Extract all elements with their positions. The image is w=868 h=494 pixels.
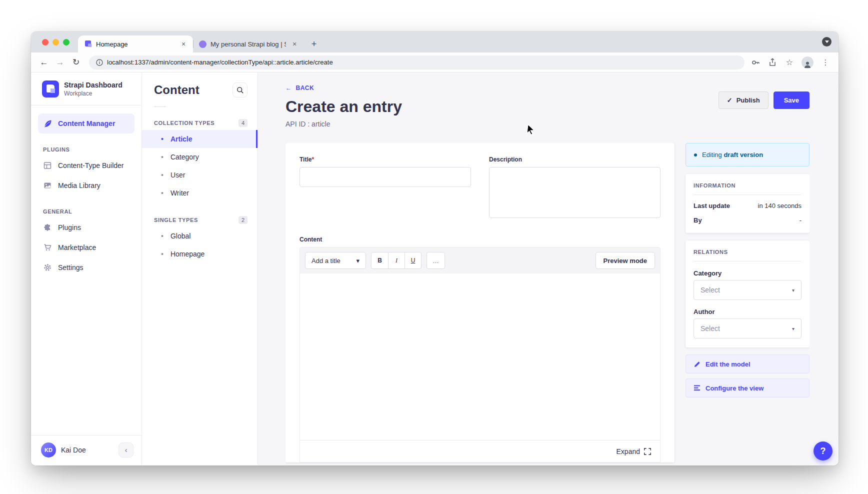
group-count-badge: 2 — [238, 216, 248, 224]
sidebar-item-settings[interactable]: Settings — [38, 258, 134, 278]
search-button[interactable] — [232, 82, 248, 98]
window-controls — [42, 39, 70, 46]
edit-model-label: Edit the model — [706, 360, 750, 368]
bullet-icon: • — [161, 250, 164, 258]
back-label: BACK — [296, 84, 314, 92]
expand-button[interactable]: Expand — [616, 448, 640, 456]
collapse-sidebar-button[interactable]: ‹ — [118, 442, 134, 458]
collection-type-user[interactable]: • User — [142, 166, 258, 184]
editor-content-area[interactable] — [300, 274, 660, 440]
single-type-homepage[interactable]: • Homepage — [142, 245, 258, 263]
sidebar-item-label: Content-Type Builder — [58, 162, 124, 170]
browser-menu-icon[interactable]: ⋮ — [820, 58, 830, 68]
help-button[interactable]: ? — [814, 442, 832, 460]
author-field-label: Author — [694, 308, 802, 316]
edit-the-model-button[interactable]: Edit the model — [686, 354, 810, 374]
tab-title: My personal Strapi blog | Strap — [210, 40, 286, 48]
sidebar-item-media-library[interactable]: Media Library — [38, 176, 134, 196]
title-input[interactable] — [300, 167, 471, 187]
puzzle-icon — [43, 224, 52, 232]
save-button[interactable]: Save — [774, 92, 810, 109]
bookmark-star-icon[interactable]: ☆ — [784, 58, 794, 68]
divider — [694, 261, 802, 262]
workspace-brand[interactable]: Strapi Dashboard Workplace — [31, 72, 142, 106]
more-formats-button[interactable]: … — [426, 252, 445, 269]
user-avatar[interactable]: KD — [41, 442, 56, 458]
feather-pen-icon — [43, 120, 52, 128]
close-tab-icon[interactable]: × — [179, 40, 188, 48]
category-field-label: Category — [694, 270, 802, 277]
back-button[interactable]: ← — [37, 56, 51, 70]
new-tab-button[interactable]: + — [307, 37, 321, 51]
address-bar[interactable]: localhost:1337/admin/content-manager/col… — [89, 56, 744, 70]
tab-search-button[interactable] — [822, 37, 832, 46]
layout-icon — [43, 162, 52, 170]
info-value: in 140 seconds — [758, 202, 802, 210]
sidebar-item-marketplace[interactable]: Marketplace — [38, 238, 134, 258]
page-info-icon[interactable] — [96, 59, 103, 66]
relations-card: RELATIONS Category Select ▾ Author Selec… — [686, 240, 810, 348]
close-window-button[interactable] — [42, 39, 48, 46]
draft-status-banner: Editing draft version — [686, 143, 810, 166]
expand-icon[interactable] — [644, 448, 651, 455]
single-type-label: Homepage — [170, 250, 205, 258]
bullet-icon: • — [161, 153, 164, 161]
gear-icon — [43, 264, 52, 272]
tab-title: Homepage — [96, 40, 175, 48]
entry-side-panel: Editing draft version INFORMATION Last u… — [686, 143, 810, 462]
underline-button[interactable]: U — [404, 252, 421, 268]
sidebar-section-label: PLUGINS — [43, 146, 142, 152]
single-type-global[interactable]: • Global — [142, 227, 258, 245]
title-field-label: Title* — [300, 156, 471, 163]
collection-type-article[interactable]: • Article — [142, 130, 258, 148]
page-title: Create an entry — [286, 98, 402, 116]
maximize-window-button[interactable] — [63, 39, 70, 46]
italic-button[interactable]: I — [388, 252, 404, 268]
author-select[interactable]: Select ▾ — [694, 318, 802, 338]
back-arrow-icon: ← — [286, 84, 292, 92]
collection-type-label: Writer — [170, 189, 189, 197]
publish-button[interactable]: ✓ Publish — [718, 92, 768, 109]
configure-the-view-button[interactable]: Configure the view — [686, 378, 810, 398]
info-label: By — [694, 216, 702, 224]
required-asterisk: * — [312, 156, 314, 163]
password-key-icon[interactable] — [750, 58, 760, 68]
close-tab-icon[interactable]: × — [290, 40, 299, 48]
sidebar-item-plugins[interactable]: Plugins — [38, 218, 134, 238]
information-card: INFORMATION Last update in 140 seconds B… — [686, 174, 810, 233]
panel-title: Content — [154, 83, 200, 97]
category-select[interactable]: Select ▾ — [694, 280, 802, 300]
sidebar-item-content-manager[interactable]: Content Manager — [38, 114, 134, 134]
sidebar-item-content-type-builder[interactable]: Content-Type Builder — [38, 156, 134, 176]
reload-button[interactable]: ↻ — [69, 56, 83, 70]
minimize-window-button[interactable] — [52, 39, 59, 46]
relations-title: RELATIONS — [694, 249, 802, 255]
collection-type-category[interactable]: • Category — [142, 148, 258, 166]
browser-window: Homepage × My personal Strapi blog | Str… — [31, 32, 838, 466]
forward-button[interactable]: → — [53, 56, 67, 70]
blog-favicon — [199, 40, 206, 48]
caret-down-icon: ▾ — [356, 257, 360, 264]
share-icon[interactable] — [768, 58, 778, 68]
info-value: - — [800, 216, 802, 224]
heading-select[interactable]: Add a title ▾ — [305, 252, 366, 269]
url-text: localhost:1337/admin/content-manager/col… — [107, 58, 333, 66]
back-link[interactable]: ← BACK — [286, 84, 402, 92]
collection-type-writer[interactable]: • Writer — [142, 184, 258, 202]
workspace-name: Strapi Dashboard — [64, 81, 122, 90]
sidebar-footer: KD Kai Doe ‹ — [31, 435, 142, 466]
bold-button[interactable]: B — [372, 252, 388, 268]
content-types-panel: Content COLLECTION TYPES 4 • Article • C… — [142, 72, 258, 466]
toolbar-icons: ☆ ⋮ — [750, 56, 832, 68]
tab-strapi-blog[interactable]: My personal Strapi blog | Strap × — [193, 36, 304, 52]
description-textarea[interactable] — [489, 167, 660, 218]
strapi-favicon — [84, 40, 92, 48]
preview-mode-button[interactable]: Preview mode — [596, 252, 655, 269]
group-label: SINGLE TYPES — [154, 217, 198, 223]
browser-profile-avatar[interactable] — [802, 56, 814, 68]
collection-type-label: User — [170, 171, 186, 179]
tab-homepage[interactable]: Homepage × — [78, 36, 193, 52]
chevron-down-icon — [825, 40, 829, 43]
tab-strip: Homepage × My personal Strapi blog | Str… — [31, 32, 838, 52]
browser-toolbar: ← → ↻ localhost:1337/admin/content-manag… — [31, 52, 838, 72]
